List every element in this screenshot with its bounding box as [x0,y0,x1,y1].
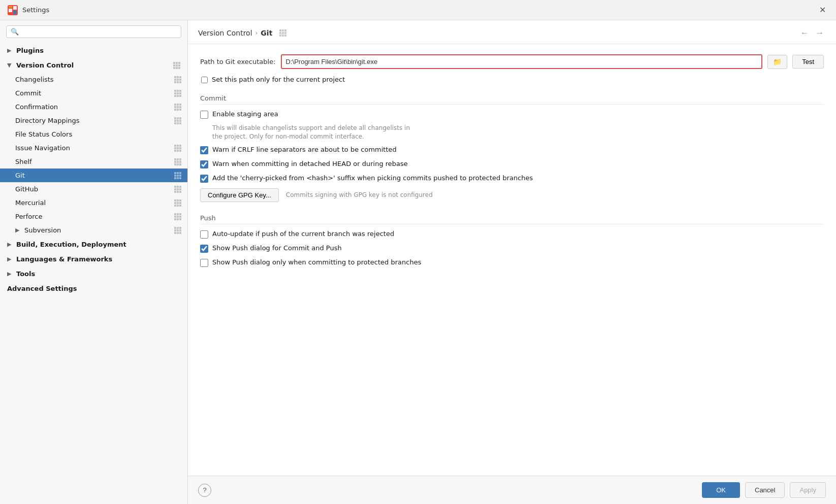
sidebar-item-changelists[interactable]: Changelists [0,73,187,86]
cherry-pick-checkbox[interactable] [200,175,208,183]
sidebar-item-git[interactable]: Git [0,169,187,182]
settings-icon [174,227,181,234]
svg-rect-4 [9,6,12,8]
path-only-current-checkbox[interactable] [201,77,208,83]
svg-rect-71 [174,175,176,177]
back-button[interactable]: ← [798,27,811,39]
svg-rect-68 [174,172,176,174]
svg-rect-61 [179,158,181,160]
sidebar-item-subversion[interactable]: ▶ Subversion [0,223,187,237]
svg-rect-2 [13,6,17,10]
svg-rect-77 [174,186,176,188]
svg-rect-80 [174,188,176,190]
search-box: 🔍 [6,25,181,38]
svg-rect-30 [177,95,179,97]
svg-rect-118 [284,32,286,34]
sidebar-item-issue-navigation[interactable]: Issue Navigation [0,141,187,155]
svg-rect-38 [174,109,176,111]
svg-rect-105 [177,227,179,229]
help-button[interactable]: ? [198,484,211,497]
sidebar-item-file-status-colors[interactable]: File Status Colors [0,127,187,141]
content-area: Version Control › Git ← → Path to Git ex… [188,20,836,504]
svg-rect-110 [174,232,176,234]
sidebar-item-directory-mappings[interactable]: Directory Mappings [0,114,187,127]
sidebar-item-perforce[interactable]: Perforce [0,210,187,223]
ok-button[interactable]: OK [702,482,740,498]
svg-rect-119 [279,35,281,37]
sidebar: 🔍 ▶ Plugins ▼ Version Control Changelist… [0,20,188,504]
svg-rect-16 [179,76,181,78]
svg-rect-102 [177,218,179,220]
svg-rect-96 [177,213,179,215]
apply-button[interactable]: Apply [790,482,826,498]
show-push-dialog-checkbox[interactable] [200,245,208,253]
test-button[interactable]: Test [792,55,824,69]
sidebar-item-commit[interactable]: Commit [0,86,187,100]
svg-rect-26 [174,92,176,94]
build-label: Build, Execution, Deployment [16,241,180,248]
svg-rect-35 [174,106,176,108]
settings-icon [174,199,181,207]
settings-icon [174,213,181,220]
svg-rect-47 [174,122,176,124]
browse-button[interactable]: 📁 [767,55,787,69]
svg-rect-99 [177,216,179,218]
svg-rect-41 [174,117,176,119]
svg-rect-94 [179,205,181,207]
directory-mappings-label: Directory Mappings [15,117,172,124]
sidebar-item-version-control[interactable]: ▼ Version Control [0,58,187,73]
warn-detached-row: Warn when committing in detached HEAD or… [200,159,824,169]
svg-rect-76 [179,177,181,179]
configure-gpg-button[interactable]: Configure GPG Key... [200,188,279,202]
commit-label: Commit [15,89,172,97]
forward-button[interactable]: → [814,27,826,39]
warn-detached-checkbox[interactable] [200,160,208,169]
settings-icon [174,145,181,152]
warn-crlf-checkbox[interactable] [200,146,208,154]
show-push-protected-checkbox[interactable] [200,259,208,267]
settings-icon [173,62,180,69]
sidebar-item-advanced[interactable]: Advanced Settings [0,281,187,296]
sidebar-item-tools[interactable]: ▶ Tools [0,266,187,281]
breadcrumb-current: Git [261,29,272,37]
svg-rect-108 [177,229,179,231]
svg-rect-114 [282,29,284,31]
svg-rect-120 [282,35,284,37]
settings-icon [279,29,286,37]
svg-rect-66 [177,163,179,165]
shelf-label: Shelf [15,158,172,165]
titlebar-title: Settings [22,6,49,14]
svg-rect-75 [177,177,179,179]
svg-rect-90 [177,202,179,204]
svg-rect-39 [177,109,179,111]
sidebar-item-languages[interactable]: ▶ Languages & Frameworks [0,252,187,266]
svg-rect-92 [174,205,176,207]
warn-crlf-row: Warn if CRLF line separators are about t… [200,145,824,154]
svg-rect-115 [284,29,286,31]
sidebar-item-mercurial[interactable]: Mercurial [0,196,187,210]
svg-rect-83 [174,191,176,193]
sidebar-item-confirmation[interactable]: Confirmation [0,100,187,114]
path-input[interactable] [281,54,763,69]
auto-update-checkbox[interactable] [200,230,208,239]
svg-rect-113 [279,29,281,31]
close-button[interactable]: ✕ [816,4,829,16]
svg-rect-33 [177,104,179,106]
sidebar-item-shelf[interactable]: Shelf [0,155,187,169]
warn-crlf-label: Warn if CRLF line separators are about t… [212,145,397,154]
titlebar-left: Settings [7,5,49,16]
sidebar-item-github[interactable]: GitHub [0,182,187,196]
svg-rect-79 [179,186,181,188]
sidebar-item-build[interactable]: ▶ Build, Execution, Deployment [0,237,187,252]
settings-icon [174,76,181,83]
sidebar-item-plugins[interactable]: ▶ Plugins [0,43,187,58]
nav-arrows: ← → [798,27,826,39]
svg-rect-104 [174,227,176,229]
chevron-right-icon: ▶ [7,271,15,277]
cancel-button[interactable]: Cancel [745,482,785,498]
chevron-right-icon: ▶ [7,256,15,262]
svg-rect-57 [177,150,179,152]
commit-section: Commit Enable staging area This will dis… [200,94,824,201]
search-input[interactable] [22,28,177,36]
enable-staging-checkbox[interactable] [200,111,208,119]
